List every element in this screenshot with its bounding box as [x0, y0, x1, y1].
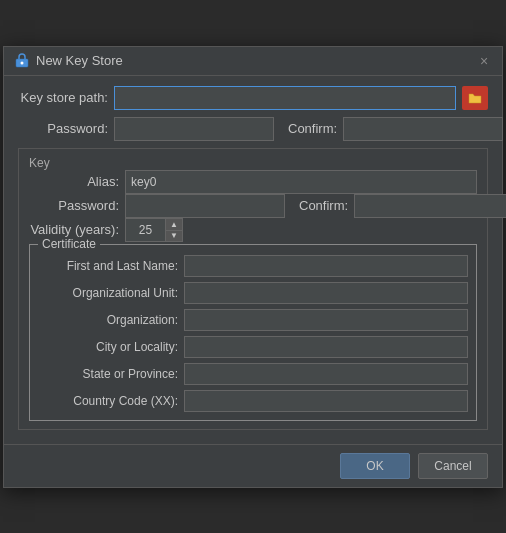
- confirm-input[interactable]: [343, 117, 503, 141]
- alias-input[interactable]: [125, 170, 477, 194]
- key-confirm-label: Confirm:: [299, 198, 348, 213]
- spinner-down-button[interactable]: ▼: [165, 230, 183, 242]
- new-key-store-dialog: New Key Store × Key store path: Password…: [3, 46, 503, 488]
- password-row: Password: Confirm:: [18, 117, 488, 141]
- key-section: Key Alias: Password: Confirm: Validity (…: [18, 148, 488, 430]
- dialog-body: Key store path: Password: Confirm: Key A…: [4, 76, 502, 440]
- key-store-path-input[interactable]: [114, 86, 456, 110]
- password-input[interactable]: [114, 117, 274, 141]
- key-password-input[interactable]: [125, 194, 285, 218]
- org-unit-input[interactable]: [184, 282, 468, 304]
- key-password-row: Password: Confirm:: [29, 194, 477, 218]
- first-last-name-label: First and Last Name:: [38, 259, 178, 273]
- alias-row: Alias:: [29, 170, 477, 194]
- spinner-up-button[interactable]: ▲: [165, 218, 183, 230]
- password-label: Password:: [18, 121, 108, 136]
- validity-label: Validity (years):: [29, 222, 119, 237]
- dialog-footer: OK Cancel: [4, 444, 502, 487]
- alias-label: Alias:: [29, 174, 119, 189]
- confirm-label: Confirm:: [288, 121, 337, 136]
- country-code-label: Country Code (XX):: [38, 394, 178, 408]
- dialog-icon: [14, 53, 30, 69]
- certificate-legend: Certificate: [38, 237, 100, 251]
- certificate-section: Certificate First and Last Name: Organiz…: [29, 244, 477, 421]
- title-bar: New Key Store ×: [4, 47, 502, 76]
- city-locality-row: City or Locality:: [38, 336, 468, 358]
- validity-input[interactable]: [125, 218, 165, 242]
- validity-spinner: ▲ ▼: [125, 218, 183, 242]
- dialog-title: New Key Store: [36, 53, 470, 68]
- ok-button[interactable]: OK: [340, 453, 410, 479]
- first-last-name-row: First and Last Name:: [38, 255, 468, 277]
- state-province-row: State or Province:: [38, 363, 468, 385]
- organization-input[interactable]: [184, 309, 468, 331]
- country-code-input[interactable]: [184, 390, 468, 412]
- state-province-label: State or Province:: [38, 367, 178, 381]
- key-confirm-input[interactable]: [354, 194, 506, 218]
- organization-label: Organization:: [38, 313, 178, 327]
- org-unit-label: Organizational Unit:: [38, 286, 178, 300]
- org-unit-row: Organizational Unit:: [38, 282, 468, 304]
- key-password-label: Password:: [29, 198, 119, 213]
- browse-folder-button[interactable]: [462, 86, 488, 110]
- country-code-row: Country Code (XX):: [38, 390, 468, 412]
- first-last-name-input[interactable]: [184, 255, 468, 277]
- key-store-path-row: Key store path:: [18, 86, 488, 110]
- confirm-group: Confirm:: [288, 117, 503, 141]
- close-button[interactable]: ×: [476, 53, 492, 69]
- key-store-path-label: Key store path:: [18, 90, 108, 105]
- spinner-arrows: ▲ ▼: [165, 218, 183, 242]
- organization-row: Organization:: [38, 309, 468, 331]
- city-locality-input[interactable]: [184, 336, 468, 358]
- key-section-label: Key: [29, 156, 50, 170]
- state-province-input[interactable]: [184, 363, 468, 385]
- key-confirm-group: Confirm:: [299, 194, 506, 218]
- certificate-fields: First and Last Name: Organizational Unit…: [38, 255, 468, 412]
- cancel-button[interactable]: Cancel: [418, 453, 488, 479]
- svg-point-1: [21, 61, 24, 64]
- city-locality-label: City or Locality:: [38, 340, 178, 354]
